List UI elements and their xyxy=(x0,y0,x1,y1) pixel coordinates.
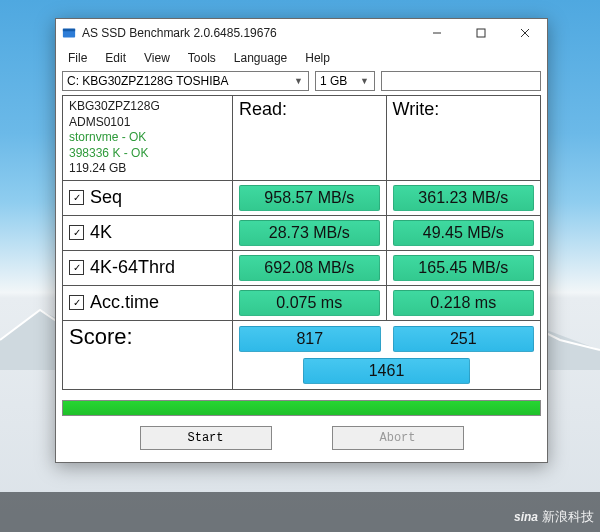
window-title: AS SSD Benchmark 2.0.6485.19676 xyxy=(82,26,277,40)
progress-bar xyxy=(62,400,541,416)
menu-help[interactable]: Help xyxy=(297,49,338,67)
row-label-text: Acc.time xyxy=(90,292,159,313)
drive-model: KBG30ZPZ128G xyxy=(69,99,226,115)
chevron-down-icon: ▼ xyxy=(291,76,306,86)
svg-rect-3 xyxy=(477,29,485,37)
drive-driver-status: stornvme - OK xyxy=(69,130,226,146)
acc-write-cell: 0.218 ms xyxy=(387,286,541,321)
menu-tools[interactable]: Tools xyxy=(180,49,224,67)
maximize-button[interactable] xyxy=(459,19,503,47)
minimize-button[interactable] xyxy=(415,19,459,47)
menu-bar: File Edit View Tools Language Help xyxy=(56,47,547,71)
4k64-read-cell: 692.08 MB/s xyxy=(233,251,387,286)
acc-write-value: 0.218 ms xyxy=(393,290,535,316)
app-window: AS SSD Benchmark 2.0.6485.19676 File Edi… xyxy=(55,18,548,463)
row-label-text: Seq xyxy=(90,187,122,208)
taskbar[interactable] xyxy=(0,492,600,532)
watermark-text: 新浪科技 xyxy=(542,508,594,526)
score-read: 817 xyxy=(239,326,381,352)
chevron-down-icon: ▼ xyxy=(357,76,372,86)
seq-write-value: 361.23 MB/s xyxy=(393,185,535,211)
col-header-write: Write: xyxy=(387,96,541,181)
checkbox-seq[interactable]: ✓ xyxy=(69,190,84,205)
checkbox-4k[interactable]: ✓ xyxy=(69,225,84,240)
col-header-read: Read: xyxy=(233,96,387,181)
menu-language[interactable]: Language xyxy=(226,49,295,67)
menu-view[interactable]: View xyxy=(136,49,178,67)
checkbox-4k64[interactable]: ✓ xyxy=(69,260,84,275)
score-area: 817 251 1461 xyxy=(233,321,540,389)
4k64-read-value: 692.08 MB/s xyxy=(239,255,380,281)
drive-align-status: 398336 K - OK xyxy=(69,146,226,162)
4k-read-cell: 28.73 MB/s xyxy=(233,216,387,251)
row-4k-label: ✓ 4K xyxy=(63,216,233,251)
seq-write-cell: 361.23 MB/s xyxy=(387,181,541,216)
size-select[interactable]: 1 GB ▼ xyxy=(315,71,375,91)
watermark-brand: sina xyxy=(514,510,538,524)
score-total: 1461 xyxy=(303,358,469,384)
drive-capacity: 119.24 GB xyxy=(69,161,226,177)
desktop-background: AS SSD Benchmark 2.0.6485.19676 File Edi… xyxy=(0,0,600,532)
watermark: sina 新浪科技 xyxy=(514,508,594,526)
score-write: 251 xyxy=(393,326,535,352)
row-4k64-label: ✓ 4K-64Thrd xyxy=(63,251,233,286)
menu-edit[interactable]: Edit xyxy=(97,49,134,67)
svg-rect-1 xyxy=(63,29,75,32)
4k64-write-value: 165.45 MB/s xyxy=(393,255,535,281)
row-label-text: 4K xyxy=(90,222,112,243)
acc-read-value: 0.075 ms xyxy=(239,290,380,316)
filter-input[interactable] xyxy=(381,71,541,91)
close-button[interactable] xyxy=(503,19,547,47)
abort-button: Abort xyxy=(332,426,464,450)
checkbox-acc[interactable]: ✓ xyxy=(69,295,84,310)
seq-read-value: 958.57 MB/s xyxy=(239,185,380,211)
4k-write-cell: 49.45 MB/s xyxy=(387,216,541,251)
drive-select[interactable]: C: KBG30ZPZ128G TOSHIBA ▼ xyxy=(62,71,309,91)
seq-read-cell: 958.57 MB/s xyxy=(233,181,387,216)
results-grid: KBG30ZPZ128G ADMS0101 stornvme - OK 3983… xyxy=(62,95,541,390)
4k64-write-cell: 165.45 MB/s xyxy=(387,251,541,286)
size-select-value: 1 GB xyxy=(320,74,347,88)
menu-file[interactable]: File xyxy=(60,49,95,67)
titlebar[interactable]: AS SSD Benchmark 2.0.6485.19676 xyxy=(56,19,547,47)
drive-info: KBG30ZPZ128G ADMS0101 stornvme - OK 3983… xyxy=(63,96,233,181)
drive-select-value: C: KBG30ZPZ128G TOSHIBA xyxy=(67,74,229,88)
drive-firmware: ADMS0101 xyxy=(69,115,226,131)
row-seq-label: ✓ Seq xyxy=(63,181,233,216)
row-acc-label: ✓ Acc.time xyxy=(63,286,233,321)
4k-write-value: 49.45 MB/s xyxy=(393,220,535,246)
start-button[interactable]: Start xyxy=(140,426,272,450)
4k-read-value: 28.73 MB/s xyxy=(239,220,380,246)
row-label-text: 4K-64Thrd xyxy=(90,257,175,278)
score-label: Score: xyxy=(63,321,233,389)
acc-read-cell: 0.075 ms xyxy=(233,286,387,321)
app-icon xyxy=(62,26,76,40)
